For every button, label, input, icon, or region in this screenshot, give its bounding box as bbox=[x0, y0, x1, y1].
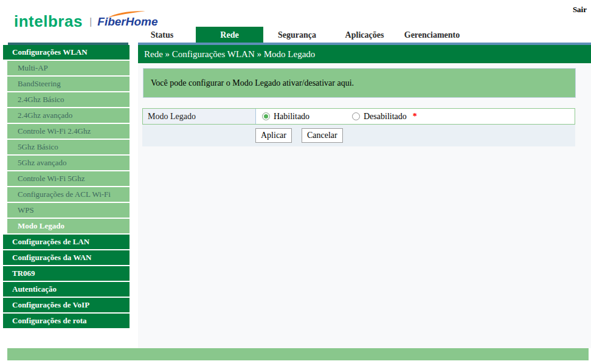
sidebar-item-controle-wi-fi-2-4ghz[interactable]: Controle Wi-Fi 2.4Ghz bbox=[7, 124, 130, 139]
sidebar-item-controle-wi-fi-5ghz[interactable]: Controle Wi-Fi 5Ghz bbox=[7, 171, 130, 186]
sidebar-item-modo-legado[interactable]: Modo Legado bbox=[7, 219, 130, 233]
required-asterisk: * bbox=[413, 112, 417, 122]
sidebar-item-label: Controle Wi-Fi 5Ghz bbox=[18, 174, 85, 183]
radio-option-label: Desabilitado bbox=[364, 112, 407, 122]
sidebar-item-autenticacao[interactable]: Autenticação bbox=[3, 282, 130, 297]
field-label: Modo Legado bbox=[143, 109, 256, 124]
tab-label: Rede bbox=[220, 30, 238, 39]
action-button-aplicar[interactable]: Aplicar bbox=[255, 128, 292, 143]
radio-group: Habilitado Desabilitado bbox=[262, 112, 407, 122]
sidebar-item-label: Configurações de LAN bbox=[12, 237, 89, 246]
radio-option-habilitado[interactable]: Habilitado bbox=[262, 112, 352, 122]
sidebar-item-2-4ghz-basico[interactable]: 2.4Ghz Básico bbox=[7, 92, 130, 107]
sidebar-item-label: Configurações de ACL Wi-Fi bbox=[18, 190, 111, 199]
nav-tabs: Status Rede Segurança Aplicações Gerenci… bbox=[128, 27, 466, 43]
sidebar-item-label: WPS bbox=[18, 205, 34, 215]
radio-icon[interactable] bbox=[262, 112, 270, 120]
modo-legado-form-row: Modo Legado Habilitado Desabilitado bbox=[142, 108, 575, 125]
sidebar-item-label: Configurações de rota bbox=[12, 316, 87, 325]
sidebar-item-label: Controle Wi-Fi 2.4Ghz bbox=[18, 126, 91, 136]
sidebar-item-5ghz-avancado[interactable]: 5Ghz avançado bbox=[7, 156, 130, 170]
action-button-label: Aplicar bbox=[261, 131, 286, 140]
sidebar-item-configuracoes-da-wan[interactable]: Configurações da WAN bbox=[3, 250, 130, 265]
brand-divider: | bbox=[89, 16, 92, 28]
sidebar-item-label: Autenticação bbox=[12, 284, 57, 294]
sidebar: Configurações WLAN Multi-AP BandSteering… bbox=[0, 45, 130, 329]
sidebar-item-label: Configurações de VoIP bbox=[12, 300, 89, 309]
sidebar-item-5ghz-basico[interactable]: 5Ghz Básico bbox=[7, 140, 130, 154]
sidebar-item-label: Multi-AP bbox=[18, 63, 48, 72]
tab-status[interactable]: Status bbox=[128, 27, 196, 43]
tab-aplicacoes[interactable]: Aplicações bbox=[331, 27, 398, 43]
footer-bar bbox=[7, 348, 589, 360]
actions-row: Aplicar Cancelar bbox=[142, 125, 575, 146]
action-button-cancelar[interactable]: Cancelar bbox=[302, 128, 343, 143]
sidebar-item-tr069[interactable]: TR069 bbox=[3, 266, 130, 281]
tab-gerenciamento[interactable]: Gerenciamento bbox=[398, 27, 466, 43]
page: intelbras | FiberHome Sair Status Rede S… bbox=[0, 0, 591, 364]
sidebar-item-label: Modo Legado bbox=[18, 221, 64, 230]
main-content: Você pode configurar o Modo Legado ativa… bbox=[138, 63, 591, 348]
breadcrumb: Rede » Configurações WLAN » Modo Legado bbox=[138, 45, 591, 63]
sidebar-item-label: Configurações WLAN bbox=[12, 47, 88, 57]
sidebar-item-label: Configurações da WAN bbox=[12, 253, 92, 262]
logout-link[interactable]: Sair bbox=[573, 5, 587, 15]
sidebar-item-2-4ghz-avancado[interactable]: 2.4Ghz avançado bbox=[7, 108, 130, 123]
sidebar-item-label: TR069 bbox=[12, 269, 35, 278]
radio-option-desabilitado[interactable]: Desabilitado bbox=[352, 112, 407, 122]
tab-label: Aplicações bbox=[345, 30, 384, 39]
intelbras-logo: intelbras bbox=[14, 12, 83, 31]
sidebar-item-label: 5Ghz Básico bbox=[18, 142, 58, 151]
tab-seguranca[interactable]: Segurança bbox=[263, 27, 331, 43]
sidebar-item-label: 2.4Ghz Básico bbox=[18, 95, 64, 104]
sidebar-item-label: 5Ghz avançado bbox=[18, 158, 67, 167]
tab-label: Status bbox=[151, 30, 173, 39]
info-banner: Você pode configurar o Modo Legado ativa… bbox=[143, 68, 576, 98]
tab-label: Segurança bbox=[278, 30, 316, 39]
fiberhome-swoosh-icon bbox=[107, 10, 146, 18]
radio-option-label: Habilitado bbox=[274, 112, 309, 122]
sidebar-item-wps[interactable]: WPS bbox=[7, 203, 130, 218]
field-value-cell: Habilitado Desabilitado * bbox=[256, 109, 575, 124]
tab-label: Gerenciamento bbox=[404, 30, 460, 39]
sidebar-item-multi-ap[interactable]: Multi-AP bbox=[7, 61, 130, 75]
radio-icon[interactable] bbox=[352, 112, 360, 120]
sidebar-item-configuracoes-wlan[interactable]: Configurações WLAN bbox=[3, 45, 130, 60]
tab-rede[interactable]: Rede bbox=[196, 27, 263, 43]
sidebar-item-configuracoes-de-voip[interactable]: Configurações de VoIP bbox=[3, 298, 130, 312]
action-button-label: Cancelar bbox=[307, 131, 337, 140]
sidebar-item-configuracoes-de-rota[interactable]: Configurações de rota bbox=[3, 314, 130, 328]
sidebar-item-bandsteering[interactable]: BandSteering bbox=[7, 77, 130, 91]
sidebar-item-configuracoes-de-lan[interactable]: Configurações de LAN bbox=[3, 235, 130, 249]
info-message: Você pode configurar o Modo Legado ativa… bbox=[151, 78, 354, 88]
sidebar-item-label: BandSteering bbox=[18, 79, 61, 88]
sidebar-item-label: 2.4Ghz avançado bbox=[18, 111, 72, 120]
sidebar-item-configuracoes-de-acl-wi-fi[interactable]: Configurações de ACL Wi-Fi bbox=[7, 187, 130, 202]
